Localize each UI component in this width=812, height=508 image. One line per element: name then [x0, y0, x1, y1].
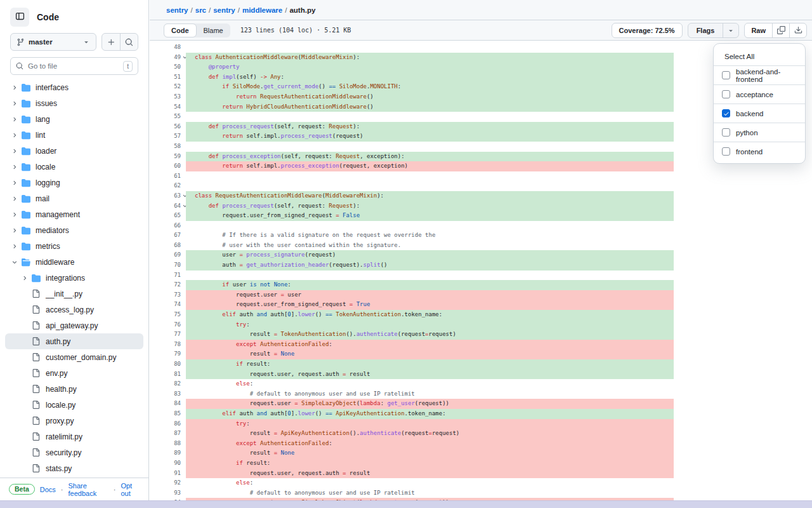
line-number[interactable]: 54	[150, 102, 181, 112]
line-number[interactable]: 68	[150, 241, 181, 251]
tree-file-auth.py[interactable]: auth.py	[5, 333, 143, 349]
opt-out-link[interactable]: Opt out	[121, 482, 140, 497]
tab-code[interactable]: Code	[164, 23, 197, 37]
flag-option-backend-and-frontend[interactable]: backend-and-frontend	[714, 66, 805, 84]
tree-folder-loader[interactable]: loader	[5, 143, 143, 159]
line-number[interactable]: 58	[150, 142, 181, 152]
new-file-button[interactable]	[102, 34, 120, 50]
line-number[interactable]: 93	[150, 488, 181, 498]
flag-option-python[interactable]: python	[714, 123, 805, 142]
collapse-sidebar-button[interactable]	[10, 8, 29, 27]
tree-file-api_gateway.py[interactable]: api_gateway.py	[5, 318, 143, 333]
line-number[interactable]: 48	[150, 43, 181, 53]
tree-file-customer_domain.py[interactable]: customer_domain.py	[5, 349, 143, 365]
tree-folder-interfaces[interactable]: interfaces	[5, 79, 143, 95]
download-raw-button[interactable]	[789, 23, 806, 37]
tree-folder-metrics[interactable]: metrics	[5, 238, 143, 254]
tree-file-stats.py[interactable]: stats.py	[5, 460, 143, 476]
tree-folder-issues[interactable]: issues	[5, 95, 143, 111]
line-number[interactable]: 53	[150, 92, 181, 102]
line-number[interactable]: 77	[150, 330, 181, 340]
line-number[interactable]: 84	[150, 399, 181, 409]
tree-file-proxy.py[interactable]: proxy.py	[5, 413, 143, 429]
tree-file-env.py[interactable]: env.py	[5, 365, 143, 381]
flags-button[interactable]: Flags	[688, 23, 723, 37]
tree-file-health.py[interactable]: health.py	[5, 381, 143, 397]
line-number[interactable]: 91	[150, 469, 181, 479]
breadcrumb-link-middleware[interactable]: middleware	[242, 6, 282, 14]
line-number[interactable]: 78	[150, 340, 181, 350]
line-number[interactable]: 55	[150, 112, 181, 122]
line-number[interactable]: 64	[150, 201, 181, 211]
line-number[interactable]: 89	[150, 448, 181, 458]
checkbox-unchecked[interactable]	[722, 147, 730, 156]
checkbox-unchecked[interactable]	[722, 90, 730, 98]
tree-file-security.py[interactable]: security.py	[5, 444, 143, 460]
line-number[interactable]: 73	[150, 290, 181, 300]
line-number[interactable]: 50	[150, 62, 181, 72]
line-number[interactable]: 49	[150, 53, 181, 63]
line-number[interactable]: 65	[150, 211, 181, 221]
line-number[interactable]: 66	[150, 221, 181, 231]
line-number[interactable]: 86	[150, 419, 181, 429]
line-number[interactable]: 52	[150, 82, 181, 92]
tree-file-access_log.py[interactable]: access_log.py	[5, 302, 143, 318]
tree-file-ratelimit.py[interactable]: ratelimit.py	[5, 429, 143, 444]
breadcrumb-link-sentry[interactable]: sentry	[213, 6, 235, 14]
line-number[interactable]: 51	[150, 72, 181, 83]
tree-folder-lang[interactable]: lang	[5, 111, 143, 127]
line-number[interactable]: 71	[150, 271, 181, 281]
tree-file-locale.py[interactable]: locale.py	[5, 397, 143, 413]
line-number[interactable]: 63	[150, 191, 181, 201]
line-number[interactable]: 82	[150, 379, 181, 389]
line-number[interactable]: 60	[150, 161, 181, 171]
share-feedback-link[interactable]: Share feedback	[69, 482, 108, 497]
docs-link[interactable]: Docs	[40, 486, 56, 493]
tree-folder-mail[interactable]: mail	[5, 190, 143, 206]
tree-folder-logging[interactable]: logging	[5, 175, 143, 190]
tree-folder-middleware[interactable]: middleware	[5, 254, 143, 270]
line-number[interactable]: 88	[150, 439, 181, 449]
line-number[interactable]: 85	[150, 409, 181, 419]
go-to-file-input[interactable]: Go to file t	[10, 57, 138, 75]
bottom-scroll-strip[interactable]	[0, 500, 812, 508]
checkbox-unchecked[interactable]	[722, 128, 730, 137]
copy-file-button[interactable]	[772, 23, 789, 37]
line-number[interactable]: 70	[150, 260, 181, 271]
line-number[interactable]: 92	[150, 478, 181, 488]
line-number[interactable]: 67	[150, 231, 181, 241]
tab-blame[interactable]: Blame	[197, 23, 230, 37]
flags-select-all[interactable]: Select All	[714, 47, 805, 65]
tree-folder-management[interactable]: management	[5, 206, 143, 222]
line-number[interactable]: 69	[150, 250, 181, 260]
line-number[interactable]: 75	[150, 310, 181, 320]
breadcrumb-link-sentry[interactable]: sentry	[166, 6, 188, 14]
tree-file-__init__.py[interactable]: __init__.py	[5, 286, 143, 302]
line-number[interactable]: 81	[150, 370, 181, 380]
line-number[interactable]: 74	[150, 300, 181, 310]
tree-folder-mediators[interactable]: mediators	[5, 222, 143, 238]
line-number[interactable]: 62	[150, 181, 181, 191]
line-number[interactable]: 79	[150, 349, 181, 359]
search-tree-button[interactable]	[120, 34, 138, 50]
line-number[interactable]: 59	[150, 152, 181, 162]
flag-option-backend[interactable]: backend	[714, 104, 805, 123]
breadcrumb-link-src[interactable]: src	[195, 6, 206, 14]
flags-dropdown-toggle[interactable]	[723, 23, 738, 37]
flag-option-frontend[interactable]: frontend	[714, 142, 805, 161]
tree-folder-integrations[interactable]: integrations	[5, 270, 143, 286]
line-number[interactable]: 56	[150, 122, 181, 132]
tree-folder-locale[interactable]: locale	[5, 159, 143, 175]
checkbox-unchecked[interactable]	[722, 71, 730, 79]
line-number[interactable]: 61	[150, 171, 181, 182]
coverage-button[interactable]: Coverage: 72.5%	[612, 23, 683, 38]
line-number[interactable]: 72	[150, 280, 181, 290]
flag-option-acceptance[interactable]: acceptance	[714, 85, 805, 104]
line-number[interactable]: 83	[150, 389, 181, 399]
raw-button[interactable]: Raw	[745, 23, 772, 37]
line-number[interactable]: 76	[150, 320, 181, 330]
line-number[interactable]: 80	[150, 359, 181, 370]
branch-selector[interactable]: master	[10, 33, 96, 51]
line-number[interactable]: 87	[150, 429, 181, 439]
line-number[interactable]: 90	[150, 458, 181, 469]
